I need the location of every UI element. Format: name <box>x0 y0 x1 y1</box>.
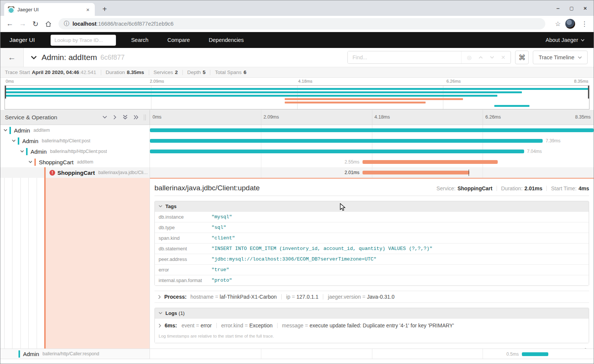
total-spans-label: Total Spans <box>215 69 242 75</box>
profile-avatar[interactable] <box>565 19 575 29</box>
chevron-down-icon <box>581 39 585 42</box>
timeline-tick: 0ms <box>153 114 162 120</box>
link-icon[interactable] <box>582 348 588 349</box>
find-next-icon[interactable] <box>490 56 494 59</box>
trace-view-selector[interactable]: Trace Timeline <box>533 51 588 64</box>
span-row-selected[interactable]: ! ShoppingCart ballerinax/java.jdbc/Clie… <box>0 167 594 178</box>
span-id-label: SpanID: <box>519 348 538 349</box>
bookmark-star-icon[interactable]: ☆ <box>555 20 561 28</box>
log-entry-row[interactable]: 6ms: event=error error.kind=Exception me… <box>155 318 589 330</box>
detail-service-label: Service: <box>437 185 456 191</box>
window-minimize-button[interactable]: – <box>557 5 560 11</box>
span-collapse-chevron-icon[interactable] <box>12 139 16 142</box>
span-operation: ballerinax/java.jdbc/Client:u… <box>98 170 150 175</box>
span-row[interactable]: Admin ballerina/http/HttpClient:post 7.0… <box>0 146 594 157</box>
find-clear-icon[interactable]: ✕ <box>501 54 506 60</box>
about-jaeger-menu[interactable]: About Jaeger <box>546 37 585 43</box>
minimap-tick: 8.35ms <box>574 79 588 83</box>
jaeger-favicon <box>8 6 14 13</box>
span-duration-bar[interactable] <box>150 128 594 132</box>
log-timestamp: 6ms: <box>165 322 177 329</box>
minimap-span-bar <box>494 105 529 107</box>
span-color-bar <box>9 127 11 134</box>
minimap-canvas[interactable] <box>5 85 589 110</box>
window-maximize-button[interactable]: ▢ <box>569 6 574 11</box>
tag-key: error <box>155 265 208 275</box>
new-tab-button[interactable]: + <box>99 4 110 15</box>
span-duration-bar[interactable]: 2.01ms <box>363 171 469 174</box>
collapse-all-icon[interactable] <box>123 115 128 120</box>
services-value: 2 <box>175 69 178 75</box>
span-row[interactable]: Admin addItem <box>0 125 594 136</box>
column-resize-handle[interactable] <box>144 114 146 120</box>
tags-accordion: Tags db.instance"mysql" db.type"sql" spa… <box>154 201 589 286</box>
nav-compare[interactable]: Compare <box>167 37 190 43</box>
reload-icon[interactable]: ↻ <box>30 20 41 28</box>
span-collapse-chevron-icon[interactable] <box>3 129 8 132</box>
depth-value: 5 <box>203 69 206 75</box>
find-scroll-to-icon[interactable]: ◎ <box>467 54 471 60</box>
span-operation: ballerina/http/Caller:respond <box>43 351 99 356</box>
span-row[interactable]: ShoppingCart addItem 2.55ms <box>0 157 594 167</box>
logs-accordion: Logs (1) 6ms: event=error error.kind=Exc… <box>154 308 589 343</box>
tag-key: db.statement <box>155 244 208 254</box>
address-bar[interactable]: ⓘ localhost:16686/trace/6c6f877e2f1eb9c6 <box>59 18 545 29</box>
trace-minimap[interactable]: 0ms 2.09ms 4.18ms 6.26ms 8.35ms <box>0 78 594 110</box>
find-prev-icon[interactable] <box>478 56 483 59</box>
back-icon[interactable]: ← <box>4 20 15 28</box>
nav-search[interactable]: Search <box>131 37 148 43</box>
minimap-right-scrubber[interactable] <box>588 86 589 99</box>
tags-accordion-header[interactable]: Tags <box>155 201 589 211</box>
span-duration-bar[interactable]: 7.39ms <box>150 139 543 143</box>
tab-close-icon[interactable]: × <box>85 6 91 13</box>
minimap-left-scrubber[interactable] <box>5 86 6 99</box>
trace-id-lookup-input[interactable] <box>51 35 116 46</box>
collapse-trace-chevron-icon[interactable] <box>31 56 37 60</box>
expand-all-icon[interactable] <box>134 115 139 120</box>
collapse-one-icon[interactable] <box>102 116 107 119</box>
keyboard-shortcuts-button[interactable]: ⌘ <box>515 51 529 64</box>
process-label: Process: <box>164 294 187 300</box>
tags-table: db.instance"mysql" db.type"sql" span.kin… <box>155 211 589 285</box>
tag-value: "client" <box>208 233 589 244</box>
span-color-bar <box>34 159 36 166</box>
detail-duration-value: 2.01ms <box>525 185 542 191</box>
span-collapse-chevron-icon[interactable] <box>28 160 32 163</box>
span-service: ShoppingCart <box>39 159 74 165</box>
forward-icon[interactable]: → <box>17 20 28 28</box>
span-row[interactable]: Admin ballerina/http/Client:post 7.39ms <box>0 136 594 146</box>
logs-accordion-header[interactable]: Logs (1) <box>155 308 589 318</box>
tag-value: "jdbc:mysql://localhost:3306/ECOM_DB?ser… <box>208 254 589 265</box>
span-duration-bar[interactable]: 2.55ms <box>363 160 498 164</box>
mouse-cursor <box>339 203 347 213</box>
total-spans-value: 6 <box>244 69 247 75</box>
find-group: ◎ ✕ <box>347 51 511 64</box>
window-close-button[interactable]: × <box>583 5 587 11</box>
nav-dependencies[interactable]: Dependencies <box>209 37 244 43</box>
span-service: Admin <box>14 127 30 134</box>
span-row[interactable]: Admin ballerina/http/Caller:respond 0.5m… <box>0 349 594 359</box>
find-input[interactable] <box>348 51 461 63</box>
tag-key: db.instance <box>155 212 208 222</box>
tag-key: db.type <box>155 222 208 233</box>
chevron-down-icon <box>578 56 582 59</box>
detail-service-value: ShoppingCart <box>457 185 492 191</box>
span-duration-label: 7.39ms <box>546 139 560 143</box>
span-duration-label: 0.5ms <box>506 352 519 356</box>
home-icon[interactable] <box>43 20 54 28</box>
back-to-search-button[interactable]: ← <box>0 48 24 67</box>
span-collapse-chevron-icon[interactable] <box>20 150 24 153</box>
expand-one-icon[interactable] <box>113 115 117 120</box>
browser-window: Jaeger UI × + – ▢ × ← → ↻ ⓘ localhost:16… <box>0 0 594 364</box>
tag-value: "INSERT INTO ECOM_ITEM (inventory_id, ac… <box>208 244 589 254</box>
page-info-icon[interactable]: ⓘ <box>64 20 69 27</box>
span-duration-bar[interactable]: 0.5ms <box>522 352 549 356</box>
log-marker-tick[interactable] <box>469 170 469 176</box>
browser-tab[interactable]: Jaeger UI × <box>4 3 95 16</box>
jaeger-brand[interactable]: Jaeger UI <box>9 37 35 43</box>
process-row[interactable]: Process: hostname=laf-ThinkPad-X1-Carbon… <box>154 291 589 303</box>
span-duration-bar[interactable]: 7.04ms <box>150 150 524 153</box>
trace-view-label: Trace Timeline <box>538 54 574 60</box>
trace-page-header: ← Admin: addItem 6c6f877 ◎ ✕ ⌘ Trace Tim… <box>0 48 594 67</box>
browser-menu-icon[interactable]: ⋮ <box>579 20 590 28</box>
